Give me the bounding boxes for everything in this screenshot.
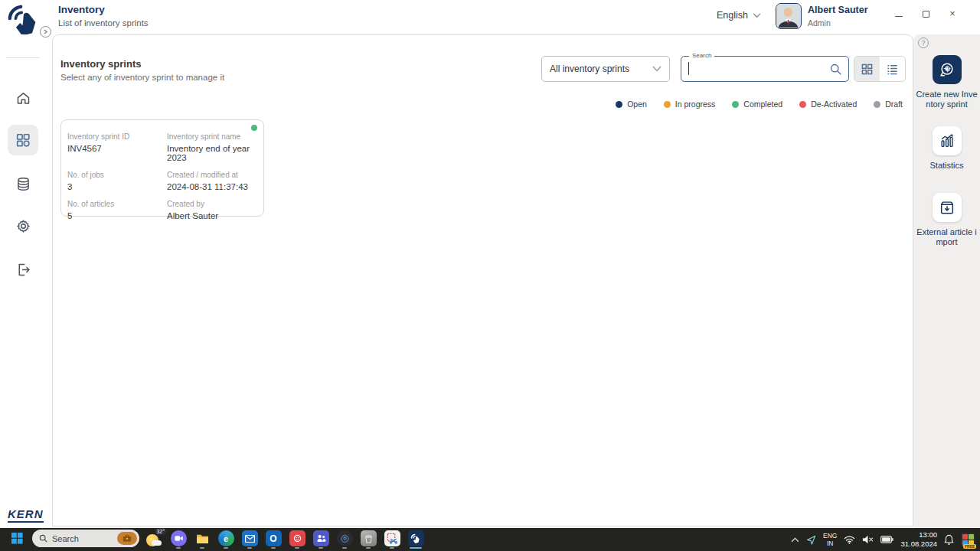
- legend-item-in-progress: In progress: [664, 99, 716, 109]
- search-field[interactable]: Search: [681, 56, 849, 82]
- weather-widget[interactable]: 32°: [145, 530, 164, 549]
- video-call-app-icon: [171, 530, 187, 546]
- help-button[interactable]: ?: [918, 37, 929, 48]
- sidebar-item-database[interactable]: [8, 168, 38, 199]
- taskbar-search[interactable]: Search: [31, 530, 140, 549]
- statistics-label: Statistics: [916, 161, 978, 171]
- article-import-icon: [939, 199, 956, 216]
- language-indicator[interactable]: ENG IN: [823, 532, 837, 547]
- taskbar-app-mail[interactable]: [240, 530, 259, 549]
- article-import-label: External article import: [916, 227, 978, 247]
- search-input[interactable]: [688, 64, 829, 74]
- close-button[interactable]: ×: [948, 9, 957, 18]
- lang-line1: ENG: [823, 532, 837, 540]
- settings-app-icon: [337, 530, 353, 546]
- taskbar-search-pill[interactable]: Search: [32, 530, 139, 547]
- list-view-button[interactable]: [880, 57, 905, 81]
- statistics-action[interactable]: Statistics: [913, 126, 980, 171]
- taskbar-app-settings[interactable]: [335, 530, 354, 549]
- free-badge: FREE: [963, 544, 976, 549]
- clock-date: 31.08.2024: [900, 540, 937, 549]
- deactivated-status-dot: [799, 101, 806, 108]
- maximize-icon: [923, 11, 929, 18]
- article-import-action[interactable]: External article import: [913, 193, 980, 247]
- notification-bell-icon[interactable]: [944, 534, 954, 545]
- taskbar-left: Search 32°: [0, 530, 425, 549]
- inventory-sprint-card[interactable]: Inventory sprint ID INV4567 Inventory sp…: [60, 119, 264, 217]
- run-indicator: [318, 547, 323, 549]
- article-import-button[interactable]: [933, 193, 962, 222]
- game-pass-app-icon[interactable]: FREE: [961, 533, 975, 547]
- grid-view-button[interactable]: [854, 57, 880, 81]
- feedback-app-icon: [289, 530, 305, 546]
- taskbar-app-teams[interactable]: [312, 530, 330, 549]
- field-value: 3: [67, 182, 165, 191]
- taskbar-app-explorer[interactable]: [193, 530, 211, 549]
- taskbar-app-inventory-active[interactable]: [407, 530, 425, 549]
- app-window: Inventory List of inventory sprints Engl…: [0, 0, 980, 528]
- sidebar-item-home[interactable]: [8, 83, 38, 113]
- edge-browser-icon: e: [218, 530, 234, 546]
- sidebar-item-logout[interactable]: [8, 254, 38, 285]
- taskbar-app-edge[interactable]: e: [217, 530, 235, 549]
- list-view-icon: [887, 64, 898, 75]
- section-subheading: Select any of inventory sprint to manage…: [60, 73, 224, 82]
- tile-red: [962, 534, 968, 540]
- field-label: Inventory sprint name: [167, 132, 257, 141]
- wifi-icon[interactable]: [844, 535, 855, 544]
- windows-logo-icon: [9, 530, 25, 546]
- sprint-filter-dropdown[interactable]: All inventory sprints: [541, 56, 670, 82]
- open-status-dot: [616, 101, 622, 108]
- field-value: 2024-08-31 11:37:43: [167, 182, 257, 191]
- draft-status-dot: [874, 101, 880, 108]
- tray-chevron-up-icon[interactable]: [791, 537, 799, 543]
- avatar: [776, 3, 802, 29]
- taskbar-app-recycle[interactable]: [359, 530, 377, 549]
- statistics-button[interactable]: [933, 126, 962, 155]
- create-sprint-action[interactable]: Create new Inventory sprint: [913, 55, 980, 109]
- field-value: 5: [67, 211, 165, 220]
- legend-label: Open: [627, 99, 647, 109]
- taskbar-app-outlook[interactable]: O: [264, 530, 283, 549]
- battery-icon[interactable]: [880, 536, 893, 543]
- text-caret: [688, 62, 689, 75]
- maximize-button[interactable]: [921, 9, 930, 18]
- tile-green: [969, 534, 974, 540]
- search-floating-label: Search: [689, 52, 714, 59]
- temperature-badge: 32°: [155, 528, 166, 535]
- user-meta: Albert Sauter Admin: [808, 3, 868, 29]
- kern-brand-logo: KERN: [8, 507, 44, 523]
- chevron-down-icon: [753, 13, 761, 18]
- sidebar-item-settings[interactable]: [8, 210, 38, 241]
- main-panel: Inventory sprints Select any of inventor…: [52, 34, 913, 527]
- sprint-id-field: Inventory sprint ID INV4567: [67, 132, 165, 162]
- taskbar-app-meet[interactable]: [169, 530, 188, 549]
- create-sprint-icon: [939, 61, 956, 78]
- legend-label: Draft: [885, 99, 903, 109]
- start-button[interactable]: [8, 530, 26, 549]
- legend-item-open: Open: [616, 99, 647, 109]
- in-progress-status-dot: [664, 101, 671, 108]
- left-sidebar: KERN: [0, 34, 46, 528]
- taskbar-app-snip[interactable]: [383, 530, 401, 549]
- field-label: Created / modified at: [167, 171, 257, 179]
- kern-touch-logo: [6, 3, 41, 38]
- snipping-tool-icon: [384, 530, 400, 546]
- volume-muted-icon[interactable]: [862, 535, 874, 544]
- search-icon[interactable]: [829, 63, 842, 76]
- taskbar-search-placeholder: Search: [52, 534, 113, 543]
- minimize-button[interactable]: [894, 9, 903, 18]
- sidebar-expand-button[interactable]: [40, 26, 51, 37]
- legend-item-deactivated: De-Activated: [799, 99, 857, 109]
- user-profile[interactable]: Albert Sauter Admin: [776, 3, 868, 29]
- taskbar-clock[interactable]: 13:00 31.08.2024: [900, 530, 937, 549]
- language-selector[interactable]: English: [717, 10, 761, 21]
- taskbar-app-feedback[interactable]: [288, 530, 306, 549]
- sidebar-item-dashboard[interactable]: [8, 125, 38, 155]
- location-icon[interactable]: [806, 535, 816, 545]
- completed-status-dot: [732, 101, 739, 108]
- app-header: Inventory List of inventory sprints Engl…: [0, 0, 980, 34]
- dashboard-icon: [15, 132, 31, 148]
- create-sprint-button[interactable]: [933, 55, 962, 84]
- search-box[interactable]: [681, 56, 849, 82]
